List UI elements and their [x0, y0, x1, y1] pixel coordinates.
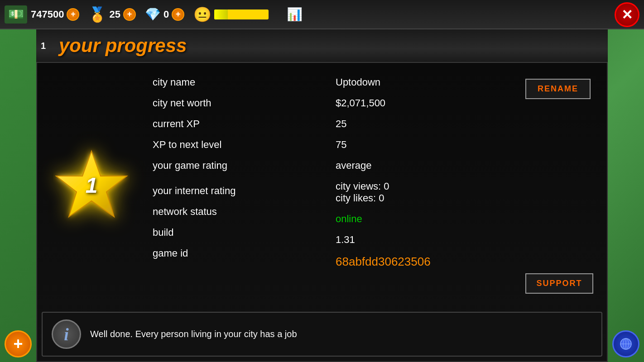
network-status-label: network status	[146, 201, 329, 222]
chart-icon: 📊	[287, 7, 303, 22]
xp-bar	[214, 10, 269, 19]
gold-plus-button[interactable]: +	[123, 8, 136, 21]
close-button[interactable]: ✕	[615, 2, 639, 27]
gold-icon: 🏅	[88, 6, 106, 23]
city-views: city views: 0	[336, 181, 389, 192]
face-icon: 😐	[193, 6, 211, 23]
city-likes: city likes: 0	[336, 192, 384, 204]
money-value: 747500	[31, 9, 64, 20]
title-bar: 1 your progress	[36, 29, 608, 63]
money-plus-button[interactable]: +	[67, 8, 79, 21]
star-container: 1	[51, 144, 132, 226]
content-area: 1 city name city net worth current XP XP…	[36, 63, 608, 362]
info-icon: i	[64, 324, 69, 344]
diamond-item: 💎 0 +	[145, 7, 184, 22]
xp-next-level-label: XP to next level	[146, 134, 329, 155]
diamond-icon: 💎	[145, 7, 161, 22]
gold-value: 25	[109, 9, 120, 20]
star-section: 1	[46, 72, 137, 298]
main-panel: 1 your progress	[36, 29, 608, 362]
content-main: 1 city name city net worth current XP XP…	[37, 63, 607, 307]
chart-item: 📊	[287, 7, 307, 22]
xp-next-level-value: 75	[329, 134, 512, 155]
support-button[interactable]: SUPPORT	[525, 273, 593, 294]
network-status-value: online	[329, 209, 512, 229]
internet-rating-label: your internet rating	[146, 181, 329, 201]
top-bar: 💵 747500 + 🏅 25 + 💎 0 + 😐 📊 ✕	[0, 0, 644, 29]
money-icon: 💵	[5, 5, 27, 24]
city-name-value: Uptodown	[329, 72, 512, 93]
map-icon	[619, 337, 633, 351]
current-xp-value: 25	[329, 114, 512, 134]
bottom-message: Well done. Every person living in your c…	[90, 329, 297, 339]
game-id-value: 68abfdd30623506	[329, 250, 512, 273]
diamond-value: 0	[163, 9, 169, 20]
current-xp-label: current XP	[146, 114, 329, 134]
city-net-worth-value: $2,071,500	[329, 93, 512, 114]
labels-column: city name city net worth current XP XP t…	[146, 72, 329, 298]
xp-bar-fill	[214, 10, 228, 19]
gold-item: 🏅 25 +	[88, 6, 135, 23]
star-number: 1	[86, 173, 98, 198]
bottom-right-button[interactable]	[612, 330, 639, 357]
bottom-left-button[interactable]: +	[5, 330, 32, 357]
info-circle: i	[52, 319, 81, 349]
internet-rating-value: city views: 0 city likes: 0	[329, 176, 512, 209]
build-value: 1.31	[329, 229, 512, 250]
game-id-label: game id	[146, 243, 329, 264]
bottom-info-bar: i Well done. Every person living in your…	[42, 312, 602, 357]
rename-button[interactable]: RENAME	[525, 79, 591, 99]
money-item: 💵 747500 +	[5, 5, 79, 24]
city-name-label: city name	[146, 72, 329, 93]
values-column: Uptodown $2,071,500 25 75 average city v…	[329, 72, 512, 298]
game-rating-label: your game rating	[146, 155, 329, 176]
buttons-column: RENAME SUPPORT	[521, 72, 598, 298]
close-icon: ✕	[621, 7, 633, 23]
game-rating-value: average	[329, 155, 512, 176]
diamond-plus-button[interactable]: +	[172, 8, 184, 21]
level-badge: 1	[41, 41, 46, 51]
page-title: your progress	[59, 35, 187, 56]
build-label: build	[146, 222, 329, 243]
city-net-worth-label: city net worth	[146, 93, 329, 114]
face-item: 😐	[193, 6, 278, 23]
